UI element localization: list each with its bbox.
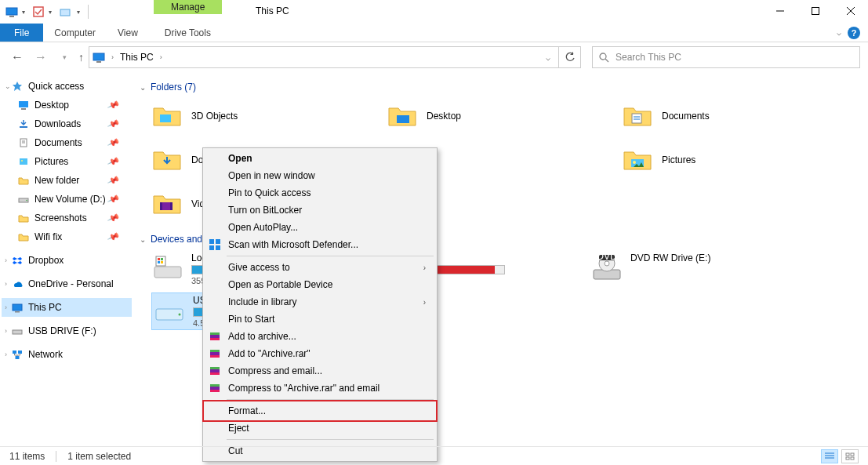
pictures-icon (17, 155, 30, 168)
svg-rect-33 (397, 115, 409, 123)
chevron-right-icon[interactable]: › (5, 303, 7, 311)
svg-rect-54 (209, 245, 214, 250)
menu-add-archive[interactable]: Add to archive... (205, 328, 435, 345)
address-dropdown[interactable]: ⌵ (541, 53, 555, 62)
maximize-button[interactable] (797, 0, 833, 22)
menu-add-rar[interactable]: Add to "Archive.rar" (205, 345, 435, 362)
svg-rect-15 (20, 126, 27, 128)
svg-rect-31 (160, 202, 162, 210)
search-placeholder: Search This PC (616, 52, 681, 63)
drive-icon (152, 252, 183, 284)
back-button[interactable]: ← (8, 48, 27, 67)
svg-rect-24 (15, 311, 20, 313)
menu-include-library[interactable]: Include in library› (205, 293, 435, 311)
tab-view[interactable]: View (107, 24, 149, 42)
svg-rect-42 (161, 258, 163, 260)
sidebar-item-downloads[interactable]: Downloads📌 (2, 114, 132, 133)
svg-rect-3 (60, 9, 70, 16)
sidebar-item-pictures[interactable]: Pictures📌 (2, 152, 132, 171)
sidebar-item-documents[interactable]: Documents📌 (2, 133, 132, 152)
sidebar-onedrive[interactable]: ›OneDrive - Personal (2, 274, 132, 293)
chevron-icon[interactable]: › (160, 53, 162, 61)
pin-icon: 📌 (107, 154, 121, 168)
menu-compress-rar-email[interactable]: Compress to "Archive.rar" and email (205, 380, 435, 397)
folder-desktop[interactable]: Desktop (387, 100, 576, 132)
folder-pictures[interactable]: Pictures (623, 144, 811, 176)
chevron-down-icon[interactable]: ⌄ (5, 82, 11, 90)
help-icon[interactable]: ? (848, 27, 860, 39)
search-box[interactable]: Search This PC (592, 46, 860, 68)
svg-rect-58 (210, 338, 220, 340)
drive-dvd-e[interactable]: DVD DVD RW Drive (E:) (591, 252, 764, 285)
folder-icon (17, 174, 30, 187)
recent-dropdown[interactable]: ▾ (55, 48, 74, 67)
new-folder-qat-icon[interactable] (58, 5, 72, 19)
minimize-button[interactable] (762, 0, 797, 22)
status-item-count: 11 items (9, 451, 45, 462)
sidebar-item-screenshots[interactable]: Screenshots📌 (2, 209, 132, 227)
menu-pin-start[interactable]: Pin to Start (205, 311, 435, 328)
menu-open[interactable]: Open (205, 150, 435, 167)
desktop-icon (17, 99, 30, 111)
sidebar-dropbox[interactable]: ›Dropbox (2, 251, 132, 270)
address-bar[interactable]: › This PC › ⌵ (89, 46, 559, 68)
folder-3d-objects[interactable]: 3D Objects (152, 100, 340, 132)
window-title: This PC (256, 2, 289, 16)
chevron-right-icon[interactable]: › (5, 327, 7, 335)
sidebar-usb-drive[interactable]: ›USB DRIVE (F:) (2, 322, 132, 340)
menu-open-portable[interactable]: Open as Portable Device (205, 276, 435, 293)
tab-computer[interactable]: Computer (43, 24, 107, 42)
dropbox-icon (11, 254, 24, 267)
chevron-down-icon[interactable]: ⌄ (140, 83, 146, 92)
breadcrumb-this-pc[interactable]: This PC (120, 52, 154, 63)
menu-format[interactable]: Format... (205, 402, 435, 420)
view-details-button[interactable] (821, 449, 838, 463)
sidebar-item-new-folder[interactable]: New folder📌 (2, 171, 132, 190)
close-button[interactable] (833, 0, 868, 22)
manage-contextual-tab[interactable]: Manage (154, 0, 222, 14)
menu-bitlocker[interactable]: Turn on BitLocker (205, 202, 435, 219)
folder-documents[interactable]: Documents (623, 100, 811, 132)
qat-customize-chevron[interactable]: ▾ (77, 9, 83, 16)
menu-give-access[interactable]: Give access to› (205, 259, 435, 276)
sidebar-item-wifi-fix[interactable]: Wifi fix📌 (2, 227, 132, 246)
menu-eject[interactable]: Eject (205, 420, 435, 437)
folders-section-header[interactable]: ⌄ Folders (7) (140, 82, 862, 93)
menu-scan-defender[interactable]: Scan with Microsoft Defender... (205, 236, 435, 253)
sidebar-this-pc[interactable]: ›This PC (2, 298, 132, 317)
sidebar-quick-access[interactable]: ⌄ Quick access (2, 77, 132, 96)
chevron-down-icon[interactable]: ⌄ (140, 235, 146, 244)
chevron-right-icon[interactable]: › (5, 256, 7, 264)
qat-dropdown-chevron[interactable]: ▾ (49, 9, 55, 16)
svg-point-22 (26, 200, 27, 202)
menu-open-new-window[interactable]: Open in new window (205, 167, 435, 184)
chevron-icon[interactable]: › (111, 53, 114, 61)
svg-rect-34 (632, 114, 641, 123)
qat-menu-chevron[interactable]: ▾ (22, 9, 28, 16)
menu-pin-quick-access[interactable]: Pin to Quick access (205, 184, 435, 202)
forward-button[interactable]: → (31, 48, 50, 67)
menu-compress-email[interactable]: Compress and email... (205, 362, 435, 380)
ribbon-collapse-chevron[interactable]: ⌵ (837, 28, 841, 37)
sidebar-item-new-volume-d[interactable]: New Volume (D:)📌 (2, 190, 132, 209)
tab-drive-tools[interactable]: Drive Tools (154, 24, 222, 42)
tab-file[interactable]: File (0, 24, 43, 42)
sidebar-network[interactable]: ›Network (2, 345, 132, 364)
pin-icon: 📌 (107, 136, 121, 149)
refresh-button[interactable] (559, 46, 581, 68)
pin-icon: 📌 (107, 173, 121, 187)
status-bar: 11 items 1 item selected (0, 446, 868, 465)
properties-icon[interactable] (31, 5, 45, 19)
star-icon (11, 80, 24, 93)
svg-point-38 (633, 161, 636, 164)
pc-icon (11, 301, 24, 314)
menu-autoplay[interactable]: Open AutoPlay... (205, 219, 435, 236)
svg-rect-23 (13, 304, 22, 311)
chevron-right-icon[interactable]: › (5, 351, 7, 358)
navigation-pane: ⌄ Quick access Desktop📌 Downloads📌 Docum… (0, 72, 133, 446)
up-button[interactable]: ↑ (78, 51, 84, 64)
sidebar-item-desktop[interactable]: Desktop📌 (2, 96, 132, 114)
folder-icon (387, 104, 417, 129)
view-large-icons-button[interactable] (841, 449, 859, 463)
chevron-right-icon[interactable]: › (5, 280, 7, 288)
